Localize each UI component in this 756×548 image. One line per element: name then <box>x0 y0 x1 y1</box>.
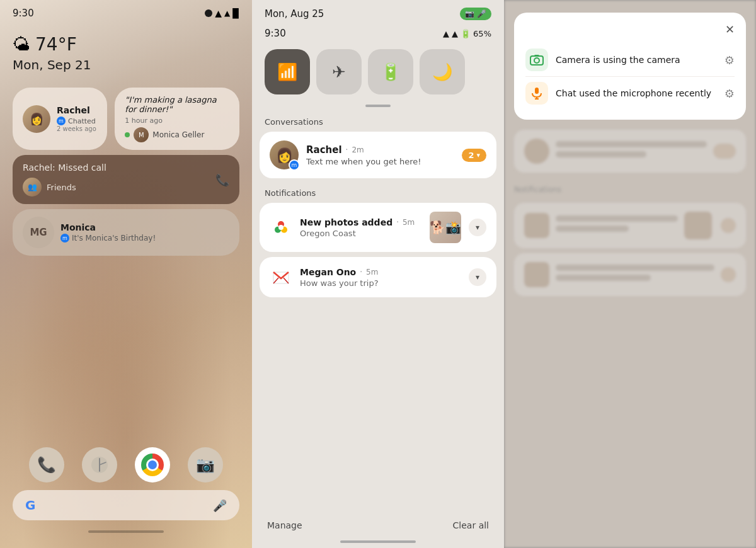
quote-meta: 1 hour ago <box>125 117 229 125</box>
friends-label: Friends <box>47 183 76 192</box>
missed-call-text: Rachel: Missed call <box>23 163 106 173</box>
rachel-name: Rachel <box>57 105 97 115</box>
camera-settings-icon[interactable]: ⚙ <box>724 54 735 67</box>
battery-quick-tile[interactable]: 🔋 <box>368 49 413 94</box>
photos-thumbnail: 🐕📸 <box>430 212 461 243</box>
camera-mic-indicator: 📷 🎤 <box>460 8 491 20</box>
rachel-conv-avatar: 👩 m <box>270 140 299 169</box>
gmail-notif-time: 5m <box>366 268 378 277</box>
home-status-bar: 9:30 ▲ ▲ ▉ <box>0 0 252 24</box>
battery-percentage: 65% <box>473 29 491 38</box>
mic-settings-icon[interactable]: ⚙ <box>724 87 735 100</box>
svg-point-11 <box>534 58 539 63</box>
dnd-tile-icon: 🌙 <box>432 62 452 81</box>
rachel-conversation-card[interactable]: 👩 m Rachel · 2m Text me when you get her… <box>260 132 496 178</box>
rachel-bubble[interactable]: 👩 Rachel m Chatted 2 weeks ago <box>13 88 107 150</box>
shade-status-bar: Mon, Aug 25 📷 🎤 <box>252 0 504 25</box>
battery-icon: ▉ <box>232 8 239 18</box>
mic-indicator-icon: 🎤 <box>477 9 486 18</box>
microphone-privacy-item: Chat used the microphone recently ⚙ <box>525 76 735 110</box>
gmail-notif-sub: How was your trip? <box>300 278 461 288</box>
rachel-avatar: 👩 <box>23 105 50 133</box>
monica-bubble[interactable]: MG Monica m It's Monica's Birthday! <box>13 209 239 256</box>
privacy-panel: ✕ Camera is using the camera ⚙ <box>504 0 756 548</box>
chrome-dock-icon[interactable] <box>135 447 170 482</box>
camera-app-icon <box>525 49 548 71</box>
app-dock: 📞 📷 G 🎤 <box>0 437 252 548</box>
dock-icons-row: 📞 📷 <box>13 447 239 482</box>
missed-call-bubble[interactable]: Rachel: Missed call 👥 Friends 📞 <box>13 155 239 204</box>
quick-settings-tiles: 📶 ✈ 🔋 🌙 <box>252 44 504 102</box>
privacy-popup: ✕ Camera is using the camera ⚙ <box>514 13 746 120</box>
google-g-logo: G <box>25 498 35 513</box>
missed-call-icon: 📞 <box>215 173 229 186</box>
shade-time: 9:30 <box>265 28 286 39</box>
conv-rachel-time: · <box>346 146 348 154</box>
shade-drag-handle <box>365 105 391 107</box>
svg-rect-13 <box>535 88 539 94</box>
messenger-icon-monica: m <box>60 234 69 243</box>
gmail-notif-title: Megan Ono <box>300 267 356 277</box>
gmail-app-icon <box>270 266 292 288</box>
rachel-time: 2 weeks ago <box>57 125 97 132</box>
monica-avatar: MG <box>23 217 54 248</box>
blurred-notifications: Notifications <box>514 130 746 296</box>
friends-avatar: 👥 <box>23 178 42 197</box>
quote-person: Monica Geller <box>152 130 204 139</box>
close-privacy-popup-button[interactable]: ✕ <box>725 23 735 36</box>
blurred-card-1 <box>514 130 746 173</box>
cam-indicator-icon: 📷 <box>465 9 474 18</box>
monica-small-avatar: M <box>134 127 149 142</box>
home-screen: 9:30 ▲ ▲ ▉ 🌤 74°F Mon, Sep 21 👩 <box>0 0 252 548</box>
shade-date: Mon, Aug 25 <box>265 8 324 20</box>
messenger-badge: m <box>289 159 300 171</box>
blurred-card-3 <box>514 253 746 296</box>
gmail-notification-card[interactable]: Megan Ono · 5m How was your trip? ▾ <box>260 257 496 297</box>
mic-app-icon <box>525 82 548 105</box>
photos-app-icon <box>270 216 292 239</box>
quote-text: "I'm making a lasagna for dinner!" <box>125 95 229 114</box>
monica-status: It's Monica's Birthday! <box>72 234 156 243</box>
weather-icon: 🌤 <box>13 34 30 55</box>
wifi-icon: ▲ <box>215 8 222 18</box>
clear-all-button[interactable]: Clear all <box>453 520 489 530</box>
home-time: 9:30 <box>13 8 34 19</box>
photos-notif-time: 5m <box>403 218 415 227</box>
messenger-icon: m <box>57 117 66 125</box>
online-indicator <box>125 132 130 137</box>
shade-wifi-icon: ▲ <box>443 29 449 38</box>
chevron-down-icon: ▾ <box>476 151 480 159</box>
quote-bubble[interactable]: "I'm making a lasagna for dinner!" 1 hou… <box>115 88 239 150</box>
camera-dot-indicator <box>205 9 212 17</box>
google-search-bar[interactable]: G 🎤 <box>13 490 239 520</box>
blurred-card-2 <box>514 203 746 248</box>
assistant-dock-icon[interactable] <box>82 447 117 482</box>
dnd-quick-tile[interactable]: 🌙 <box>420 49 465 94</box>
shade-footer: Manage Clear all <box>252 515 504 540</box>
shade-signal-icon: ▲ <box>452 29 458 38</box>
battery-tile-icon: 🔋 <box>381 62 401 81</box>
photos-notif-sub: Oregon Coast <box>300 229 422 238</box>
manage-button[interactable]: Manage <box>267 520 302 530</box>
phone-dock-icon[interactable]: 📞 <box>29 447 64 482</box>
contact-bubbles-row: 👩 Rachel m Chatted 2 weeks ago "I'm maki… <box>0 77 252 155</box>
expand-gmail-button[interactable]: ▾ <box>469 268 486 286</box>
airplane-quick-tile[interactable]: ✈ <box>316 49 362 94</box>
voice-search-icon[interactable]: 🎤 <box>213 499 227 512</box>
weather-temperature: 74°F <box>35 34 77 55</box>
svg-point-6 <box>278 225 284 230</box>
signal-icon: ▲ <box>224 9 230 18</box>
conv-rachel-message: Text me when you get here! <box>306 157 454 166</box>
wifi-quick-tile[interactable]: 📶 <box>265 49 310 94</box>
camera-dock-icon[interactable]: 📷 <box>188 447 223 482</box>
photos-notification-card[interactable]: New photos added · 5m Oregon Coast 🐕📸 ▾ <box>260 203 496 252</box>
mic-privacy-text: Chat used the microphone recently <box>556 88 717 98</box>
monica-name: Monica <box>60 222 229 232</box>
home-indicator-bar <box>88 530 164 533</box>
shade-battery-icon: 🔋 <box>461 29 471 38</box>
blurred-section-label: Notifications <box>514 183 746 198</box>
chrome-icon <box>141 454 164 476</box>
expand-photos-button[interactable]: ▾ <box>469 219 486 236</box>
conversation-count-badge[interactable]: 2 ▾ <box>462 149 486 162</box>
airplane-tile-icon: ✈ <box>332 62 346 81</box>
